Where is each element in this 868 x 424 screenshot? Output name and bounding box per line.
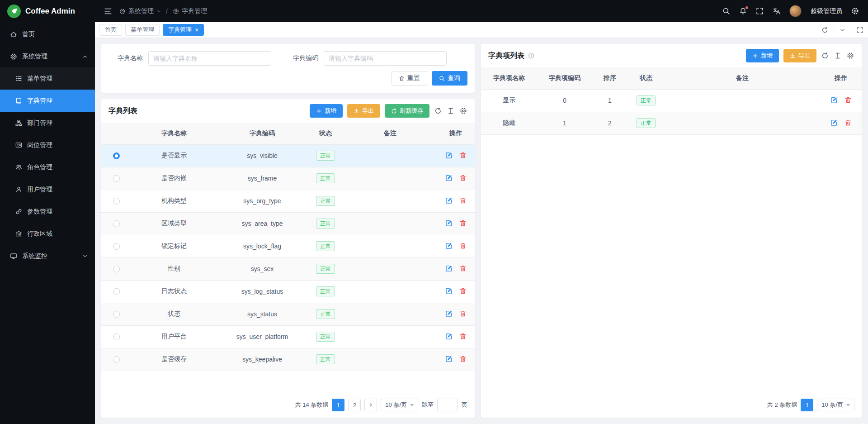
page-size-select[interactable]: 10 条/页 xyxy=(381,399,418,411)
query-button[interactable]: 查询 xyxy=(432,71,467,86)
refresh-icon[interactable] xyxy=(821,27,828,33)
table-row[interactable]: 性别 sys_sex 正常 xyxy=(101,257,475,280)
edit-icon[interactable] xyxy=(445,219,453,227)
sidebar-group-system-management[interactable]: 系统管理 xyxy=(0,45,95,67)
username[interactable]: 超级管理员 xyxy=(811,7,842,15)
sidebar-item-user-management[interactable]: 用户管理 xyxy=(0,178,95,200)
sidebar-group-system-monitor[interactable]: 系统监控 xyxy=(0,245,95,267)
delete-icon[interactable] xyxy=(459,287,467,295)
collapse-sidebar-icon[interactable] xyxy=(104,7,112,15)
edit-icon[interactable] xyxy=(445,152,453,159)
row-radio[interactable] xyxy=(113,220,120,227)
delete-icon[interactable] xyxy=(459,174,467,181)
edit-icon[interactable] xyxy=(445,310,453,317)
sidebar-item-parameter-management[interactable]: 参数管理 xyxy=(0,200,95,223)
table-row[interactable]: 区域类型 sys_area_type 正常 xyxy=(101,212,475,235)
table-row[interactable]: 显示 0 1 正常 xyxy=(481,89,862,112)
sidebar-item-menu-management[interactable]: 菜单管理 xyxy=(0,67,95,90)
page-1-button[interactable]: 1 xyxy=(332,399,344,411)
delete-icon[interactable] xyxy=(844,96,852,104)
tab-dict-management[interactable]: 字典管理 × xyxy=(163,24,204,36)
edit-icon[interactable] xyxy=(445,333,453,340)
edit-icon[interactable] xyxy=(445,287,453,295)
breadcrumb-group[interactable]: 系统管理 xyxy=(128,7,154,15)
sidebar-item-role-management[interactable]: 角色管理 xyxy=(0,156,95,178)
table-row[interactable]: 是否缓存 sys_keepalive 正常 xyxy=(101,348,475,371)
settings-gear-icon[interactable] xyxy=(851,7,859,15)
refresh-table-icon[interactable] xyxy=(821,52,829,60)
avatar[interactable] xyxy=(789,5,802,17)
chevron-down-icon[interactable] xyxy=(840,27,845,33)
table-row[interactable]: 锁定标记 sys_lock_flag 正常 xyxy=(101,235,475,257)
refresh-cache-button[interactable]: 刷新缓存 xyxy=(385,104,429,118)
next-page-button[interactable] xyxy=(364,399,377,411)
row-radio[interactable] xyxy=(113,288,120,295)
refresh-table-icon[interactable] xyxy=(434,107,442,115)
edit-icon[interactable] xyxy=(445,242,453,249)
reset-button[interactable]: 重置 xyxy=(392,71,427,86)
delete-icon[interactable] xyxy=(459,310,467,317)
table-row[interactable]: 隐藏 1 2 正常 xyxy=(481,112,862,134)
delete-icon[interactable] xyxy=(844,119,852,126)
dict-name-input[interactable] xyxy=(148,51,271,66)
edit-icon[interactable] xyxy=(445,197,453,204)
app-logo[interactable]: Coffee Admin xyxy=(0,0,95,22)
delete-icon[interactable] xyxy=(459,152,467,159)
row-radio[interactable] xyxy=(113,243,120,250)
sidebar-item-post-management[interactable]: 岗位管理 xyxy=(0,134,95,156)
monitor-icon xyxy=(10,252,17,260)
delete-icon[interactable] xyxy=(459,333,467,340)
layout-expand-icon[interactable] xyxy=(857,27,863,33)
fullscreen-icon[interactable] xyxy=(756,7,764,15)
edit-icon[interactable] xyxy=(830,119,838,126)
search-icon[interactable] xyxy=(722,7,730,15)
table-row[interactable]: 机构类型 sys_org_type 正常 xyxy=(101,190,475,212)
page-1-button[interactable]: 1 xyxy=(801,399,813,411)
table-row[interactable]: 用户平台 sys_user_platform 正常 xyxy=(101,325,475,348)
page-size-select[interactable]: 10 条/页 xyxy=(817,399,854,411)
table-settings-gear-icon[interactable] xyxy=(459,107,467,115)
column-density-icon[interactable] xyxy=(447,107,455,115)
row-radio[interactable] xyxy=(113,266,120,272)
sidebar-item-admin-region[interactable]: 行政区域 xyxy=(0,223,95,245)
tab-menu-management[interactable]: 菜单管理 xyxy=(125,24,160,36)
add-button[interactable]: 新增 xyxy=(310,104,343,118)
jump-page-input[interactable] xyxy=(437,399,458,411)
edit-icon[interactable] xyxy=(830,96,838,104)
delete-icon[interactable] xyxy=(459,219,467,227)
export-items-button[interactable]: 导出 xyxy=(783,49,816,62)
delete-icon[interactable] xyxy=(459,197,467,204)
edit-icon[interactable] xyxy=(445,355,453,362)
row-radio[interactable] xyxy=(113,333,120,340)
delete-icon[interactable] xyxy=(459,265,467,272)
delete-icon[interactable] xyxy=(459,355,467,362)
page-2-button[interactable]: 2 xyxy=(348,399,361,411)
table-settings-gear-icon[interactable] xyxy=(846,52,854,60)
sidebar-item-dict-management[interactable]: 字典管理 xyxy=(0,90,95,112)
edit-icon[interactable] xyxy=(445,265,453,272)
notifications-button[interactable] xyxy=(739,7,747,15)
translate-icon[interactable] xyxy=(773,7,780,15)
item-code-cell: 0 xyxy=(537,89,592,112)
edit-icon[interactable] xyxy=(445,174,453,181)
delete-icon[interactable] xyxy=(459,242,467,249)
row-radio[interactable] xyxy=(113,152,120,159)
close-icon[interactable]: × xyxy=(195,27,198,33)
tab-home[interactable]: 首页 xyxy=(99,24,122,36)
table-row[interactable]: 是否内嵌 sys_frame 正常 xyxy=(101,167,475,190)
table-row[interactable]: 日志状态 sys_log_status 正常 xyxy=(101,280,475,303)
row-radio[interactable] xyxy=(113,356,120,363)
row-radio[interactable] xyxy=(113,311,120,318)
table-row[interactable]: 是否显示 sys_visible 正常 xyxy=(101,144,475,167)
add-item-button[interactable]: 新增 xyxy=(746,49,779,62)
dict-code-input[interactable] xyxy=(324,51,447,66)
dict-name-cell: 是否缓存 xyxy=(131,348,217,371)
sidebar-item-department-management[interactable]: 部门管理 xyxy=(0,112,95,134)
column-density-icon[interactable] xyxy=(834,52,842,60)
gear-icon xyxy=(119,8,126,14)
row-radio[interactable] xyxy=(113,198,120,205)
table-row[interactable]: 状态 sys_status 正常 xyxy=(101,303,475,325)
export-button[interactable]: 导出 xyxy=(347,104,380,118)
row-radio[interactable] xyxy=(113,175,120,182)
sidebar-item-home[interactable]: 首页 xyxy=(0,23,95,45)
